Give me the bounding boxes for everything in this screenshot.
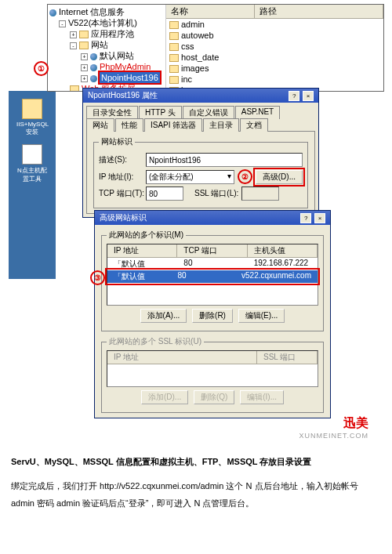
tool-icon — [22, 144, 42, 165]
ssl-port-input[interactable] — [241, 186, 279, 201]
plus-icon[interactable]: + — [70, 31, 77, 38]
help-icon[interactable]: ? — [289, 91, 299, 101]
list-item[interactable]: host_date — [166, 52, 383, 63]
folder-icon — [169, 21, 179, 29]
desc-label: 描述(S): — [99, 154, 146, 165]
tab-home-dir[interactable]: 主目录 — [203, 118, 239, 132]
tab-http-headers[interactable]: HTTP 头 — [139, 106, 182, 119]
col-host[interactable]: 主机头值 — [248, 244, 318, 257]
folder-icon — [169, 65, 179, 73]
chevron-down-icon: ▾ — [227, 172, 231, 183]
col-tcp[interactable]: TCP 端口 — [177, 244, 247, 257]
ssl-identity-fieldset: 此网站的多个 SSL 标识(U) IP 地址 SSL 端口 添加(D)... 删… — [101, 336, 324, 413]
desktop-background: IIS+MySQL安装 N点主机配置工具 — [9, 91, 56, 279]
list-header: 名称 路径 — [166, 5, 383, 19]
tree-node-site[interactable]: +默认网站 — [48, 50, 165, 61]
list-item[interactable]: images — [166, 63, 383, 74]
dialog-title: NpointHost196 属性 — [88, 90, 158, 101]
list-item[interactable]: admin — [166, 19, 383, 30]
tab-aspnet[interactable]: ASP.NET — [235, 106, 281, 119]
list-item[interactable]: autoweb — [166, 30, 383, 41]
site-icon — [90, 75, 97, 82]
tcp-label: TCP 端口(T): — [99, 188, 146, 199]
site-icon — [90, 64, 97, 71]
dialog-titlebar[interactable]: 高级网站标识 ? × — [95, 211, 330, 225]
listview-header: IP 地址 TCP 端口 主机头值 — [107, 244, 318, 258]
folder-icon — [79, 42, 89, 49]
tree-node-server[interactable]: -V522(本地计算机) — [48, 17, 165, 28]
ip-combo[interactable]: (全部未分配)▾ — [146, 170, 234, 184]
ip-label: IP 地址(I): — [99, 172, 146, 183]
tree-node-site-selected[interactable]: +NpointHost196 — [48, 72, 165, 83]
annotation-2: ② — [238, 169, 252, 184]
list-item[interactable]: inc — [166, 74, 383, 85]
iis-mmc-window: IIS+MySQL安装 N点主机配置工具 ① Internet 信息服务 -V5… — [47, 4, 384, 92]
folder-icon — [169, 76, 179, 84]
fieldset-legend: 此网站的多个 SSL 标识(U) — [107, 336, 204, 347]
window-buttons: ? × — [299, 213, 325, 223]
listview-row[interactable]: 「默认值 80 192.168.67.222 — [107, 258, 318, 270]
tab-isapi[interactable]: ISAPI 筛选器 — [144, 118, 202, 132]
delete-button[interactable]: 删除(R) — [192, 309, 233, 323]
folder-icon — [169, 32, 179, 40]
globe-icon — [49, 9, 56, 16]
edit-button: 编辑(I)... — [240, 390, 284, 404]
col-ssl: SSL 端口 — [257, 351, 318, 364]
tab-website[interactable]: 网站 — [86, 118, 114, 132]
dialog-title: 高级网站标识 — [100, 212, 147, 223]
button-row: 添加(D)... 删除(Q) 编辑(I)... — [107, 387, 318, 407]
iis-list-panel: 名称 路径 admin autoweb css host_date images… — [166, 5, 383, 91]
body-paragraph: 绑定完成后，我们打开 http://v522.cqxunmei.com/admi… — [0, 469, 392, 520]
col-ip[interactable]: IP 地址 — [107, 244, 177, 257]
help-icon[interactable]: ? — [300, 213, 311, 223]
delete-button: 删除(Q) — [194, 390, 234, 404]
add-button[interactable]: 添加(A)... — [140, 309, 187, 323]
tab-custom-errors[interactable]: 自定义错误 — [183, 106, 234, 119]
multi-identity-fieldset: 此网站的多个标识(M) ③ IP 地址 TCP 端口 主机头值 「默认值 80 … — [101, 230, 324, 331]
listview-row-selected[interactable]: 「默认值 80 v522.cqxunmei.com — [107, 270, 318, 283]
property-tabs: 目录安全性 HTTP 头 自定义错误 ASP.NET 网站 性能 ISAPI 筛… — [83, 103, 318, 131]
close-icon[interactable]: × — [314, 213, 325, 223]
desc-input[interactable] — [146, 153, 303, 167]
desktop-icon[interactable]: IIS+MySQL安装 — [16, 99, 48, 136]
col-path[interactable]: 路径 — [255, 5, 383, 18]
iis-tree-panel[interactable]: Internet 信息服务 -V522(本地计算机) +应用程序池 -网站 +默… — [48, 5, 166, 91]
tab-dir-security[interactable]: 目录安全性 — [86, 106, 138, 119]
desktop-icon[interactable]: N点主机配置工具 — [16, 144, 48, 183]
close-icon[interactable]: × — [303, 91, 314, 101]
minus-icon[interactable]: - — [70, 42, 77, 49]
tree-node-root[interactable]: Internet 信息服务 — [48, 6, 165, 17]
site-properties-dialog: NpointHost196 属性 ? × 目录安全性 HTTP 头 自定义错误 … — [82, 88, 319, 218]
section-heading: ServU、MySQL、MSSQL 信息配置和虚拟主机、FTP、MSSQL 存放… — [0, 447, 392, 469]
tab-documents[interactable]: 文档 — [240, 118, 268, 132]
fieldset-legend: 此网站的多个标识(M) — [107, 230, 186, 241]
identity-listview[interactable]: IP 地址 TCP 端口 主机头值 「默认值 80 192.168.67.222… — [107, 244, 318, 306]
desktop-icon-label: N点主机配置工具 — [17, 167, 47, 183]
annotation-1: ① — [34, 61, 49, 76]
tree-node-websites[interactable]: -网站 — [48, 39, 165, 50]
window-buttons: ? × — [288, 91, 314, 101]
tab-performance[interactable]: 性能 — [115, 118, 143, 132]
folder-icon — [22, 99, 42, 119]
advanced-button[interactable]: 高级(D)... — [256, 170, 303, 184]
plus-icon[interactable]: + — [81, 64, 88, 71]
list-item[interactable]: css — [166, 41, 383, 52]
col-ip: IP 地址 — [107, 351, 257, 364]
button-row: 添加(A)... 删除(R) 编辑(E)... — [107, 306, 318, 326]
tree-node-site[interactable]: +PhpMyAdmin — [48, 61, 165, 72]
listview-header: IP 地址 SSL 端口 — [107, 351, 318, 364]
desktop-icon-label: IIS+MySQL安装 — [16, 121, 49, 136]
edit-button[interactable]: 编辑(E)... — [238, 309, 285, 323]
ssl-label: SSL 端口(L): — [194, 188, 241, 199]
tcp-port-input[interactable] — [146, 186, 183, 201]
minus-icon[interactable]: - — [59, 20, 66, 27]
advanced-identity-dialog: 高级网站标识 ? × 此网站的多个标识(M) ③ IP 地址 TCP 端口 主机… — [94, 210, 331, 418]
tree-node-apppools[interactable]: +应用程序池 — [48, 28, 165, 39]
plus-icon[interactable]: + — [81, 53, 88, 60]
ssl-listview: IP 地址 SSL 端口 — [107, 350, 318, 387]
plus-icon[interactable]: + — [81, 75, 88, 82]
annotation-3: ③ — [90, 270, 105, 285]
dialog-titlebar[interactable]: NpointHost196 属性 ? × — [83, 89, 318, 103]
col-name[interactable]: 名称 — [166, 5, 255, 18]
site-identity-fieldset: 网站标识 描述(S): IP 地址(I): (全部未分配)▾ ② 高级(D)..… — [93, 136, 308, 208]
